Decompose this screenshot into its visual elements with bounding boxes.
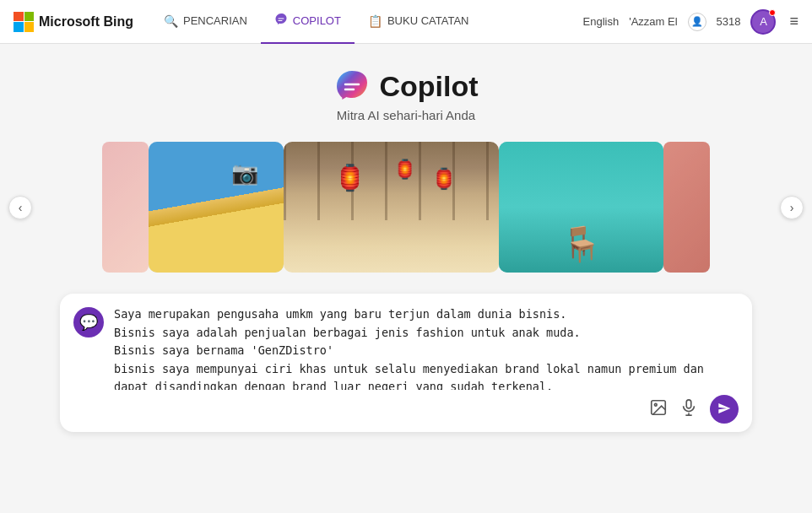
header: Microsoft Bing 🔍 PENCARIAN COPILOT 📋 BUK…	[0, 0, 812, 44]
nav-pencarian[interactable]: 🔍 PENCARIAN	[150, 0, 261, 44]
points-display: 5318	[717, 15, 741, 28]
image-upload-icon	[649, 398, 668, 421]
copilot-title: Copilot	[333, 68, 478, 105]
carousel-left-arrow[interactable]: ‹	[8, 196, 32, 219]
nav-buku-catatan[interactable]: 📋 BUKU CATATAN	[355, 0, 483, 44]
carousel-item-far-right	[663, 142, 710, 273]
input-actions	[114, 395, 739, 424]
carousel-item-far-left	[102, 142, 149, 273]
nav-bar: 🔍 PENCARIAN COPILOT 📋 BUKU CATATAN	[150, 0, 580, 44]
image-upload-button[interactable]	[649, 398, 668, 421]
microsoft-bing-logo[interactable]: Microsoft Bing	[14, 12, 133, 32]
carousel-item-right[interactable]: 🪑	[499, 142, 663, 273]
subtitle-text: Mitra AI sehari-hari Anda	[337, 108, 475, 122]
send-button[interactable]	[710, 395, 739, 424]
copilot-nav-icon	[274, 13, 288, 29]
user-profile-icon[interactable]: 👤	[688, 13, 706, 31]
carousel-item-center[interactable]: 🏮 🏮 🏮	[284, 142, 499, 273]
svg-point-1	[654, 403, 657, 406]
image-carousel: ‹ 📷 🏮 🏮 🏮	[0, 138, 812, 277]
search-nav-icon: 🔍	[164, 14, 178, 28]
avatar[interactable]: A	[750, 9, 776, 35]
language-button[interactable]: English	[583, 15, 620, 28]
nav-copilot-label: COPILOT	[293, 14, 341, 27]
send-icon	[717, 402, 731, 418]
svg-rect-2	[686, 399, 691, 408]
ms-logo-icon	[14, 12, 34, 32]
nav-pencarian-label: PENCARIAN	[183, 14, 247, 27]
microphone-button[interactable]	[679, 398, 698, 421]
nav-copilot[interactable]: COPILOT	[261, 0, 355, 44]
avatar-notification-dot	[769, 9, 776, 16]
copilot-logo-icon	[333, 68, 371, 105]
input-body	[114, 305, 739, 424]
copilot-title-text: Copilot	[379, 70, 478, 103]
nav-buku-catatan-label: BUKU CATATAN	[387, 14, 469, 27]
hamburger-menu-icon[interactable]: ≡	[789, 13, 798, 30]
title-section: Copilot Mitra AI sehari-hari Anda	[333, 68, 478, 122]
chat-input-section: 💬	[60, 294, 752, 432]
chat-avatar: 💬	[73, 307, 104, 338]
carousel-right-arrow[interactable]: ›	[780, 196, 804, 219]
chat-input[interactable]	[114, 305, 739, 390]
user-name: 'Azzam El	[629, 15, 677, 28]
logo-text: Microsoft Bing	[39, 14, 133, 30]
chat-avatar-icon: 💬	[79, 313, 98, 332]
microphone-icon	[679, 398, 698, 421]
header-right: English 'Azzam El 👤 5318 A ≡	[583, 9, 798, 35]
main-content: Copilot Mitra AI sehari-hari Anda ‹ 📷	[0, 44, 812, 513]
notebook-nav-icon: 📋	[368, 14, 382, 28]
carousel-item-left[interactable]: 📷	[149, 142, 284, 273]
carousel-track: 📷 🏮 🏮 🏮 🪑	[0, 138, 812, 277]
